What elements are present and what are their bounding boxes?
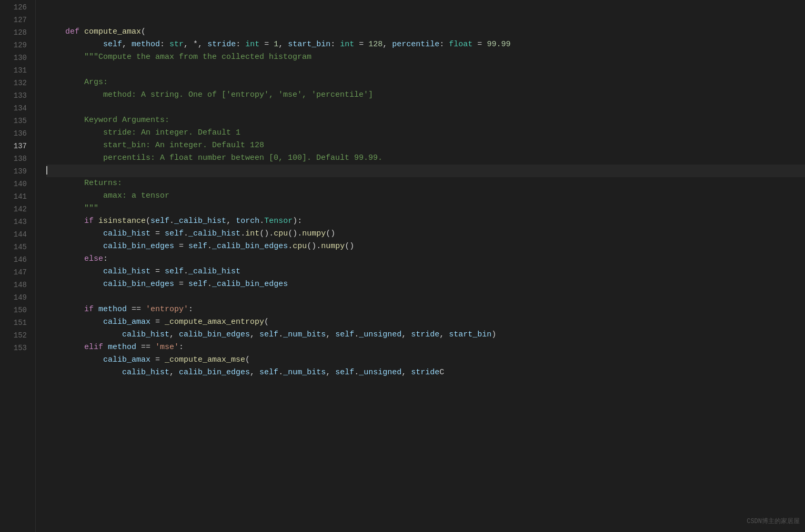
token: self	[188, 242, 207, 251]
token: :	[160, 40, 169, 49]
token	[46, 154, 84, 162]
code-line-139: amax: a tensor	[46, 190, 805, 202]
token	[46, 305, 84, 314]
token	[46, 90, 84, 99]
token	[46, 53, 84, 62]
token: percentils: A float number between [0, 1…	[84, 154, 383, 162]
token: =	[150, 267, 165, 276]
token: start_bin	[288, 40, 330, 49]
token: .	[207, 280, 212, 289]
token: =	[174, 242, 188, 251]
token: _compute_amax_entropy	[165, 318, 264, 326]
token: .	[184, 267, 188, 276]
token: _calib_bin_edges	[212, 280, 288, 289]
token	[46, 229, 103, 238]
token: .	[259, 217, 264, 226]
token: Keyword Arguments:	[84, 116, 169, 125]
token: 'entropy'	[146, 305, 188, 314]
token: numpy	[302, 229, 326, 238]
token: stride	[411, 330, 439, 339]
token: ,	[383, 40, 392, 49]
code-line-145: calib_hist = self._calib_hist	[46, 265, 805, 278]
token: ,	[439, 330, 449, 339]
token: calib_hist	[122, 368, 169, 377]
token: _compute_amax_mse	[165, 355, 245, 364]
line-num-127: 127	[0, 14, 27, 26]
code-line-140: """	[46, 202, 805, 215]
code-line-148: if method == 'entropy':	[46, 303, 805, 316]
line-num-150: 150	[0, 304, 27, 316]
token: self	[165, 229, 184, 238]
line-num-148: 148	[0, 279, 27, 291]
token: int	[340, 40, 354, 49]
code-line-133: Keyword Arguments:	[46, 114, 805, 127]
token: method	[132, 40, 160, 49]
token: ,	[169, 330, 179, 339]
token: elif	[84, 343, 108, 352]
line-num-133: 133	[0, 89, 27, 102]
token	[46, 242, 103, 251]
code-line-130: Args:	[46, 76, 805, 89]
line-num-139: 139	[0, 165, 27, 178]
token: str	[169, 40, 184, 49]
token: :	[236, 40, 245, 49]
token: =	[174, 280, 188, 289]
token: torch	[236, 217, 259, 226]
token: =	[150, 355, 165, 364]
token: if	[84, 305, 98, 314]
code-line-128: """Compute the amax from the collected h…	[46, 51, 805, 64]
token: stride: An integer. Default 1	[84, 128, 240, 137]
token: =	[354, 40, 368, 49]
token: =	[150, 318, 165, 326]
token: ,	[326, 330, 335, 339]
line-num-151: 151	[0, 316, 27, 329]
token: _unsigned	[359, 368, 401, 377]
token: self	[103, 40, 122, 49]
token: start_bin	[449, 330, 491, 339]
token: .	[278, 330, 283, 339]
token: calib_bin_edges	[179, 368, 250, 377]
token: compute_amax	[84, 27, 141, 36]
token	[46, 343, 84, 352]
token: .	[169, 217, 174, 226]
line-num-147: 147	[0, 266, 27, 279]
line-num-132: 132	[0, 77, 27, 89]
token: calib_bin_edges	[103, 242, 174, 251]
token: .	[278, 368, 283, 377]
token: """	[84, 204, 98, 213]
token: calib_bin_edges	[179, 330, 250, 339]
token: ().	[259, 229, 274, 238]
code-content[interactable]: def compute_amax( self, method: str, *, …	[36, 0, 805, 532]
token	[46, 40, 103, 49]
line-num-153: 153	[0, 342, 27, 354]
token: ,	[401, 330, 411, 339]
token: , *,	[184, 40, 207, 49]
token: ().	[288, 229, 302, 238]
token: ,	[278, 40, 288, 49]
token: self	[335, 330, 354, 339]
code-line-149: calib_amax = _compute_amax_entropy(	[46, 316, 805, 329]
line-num-149: 149	[0, 291, 27, 304]
code-line-137	[46, 165, 805, 177]
token	[46, 217, 84, 226]
token	[46, 141, 84, 150]
token: 1	[274, 40, 278, 49]
token: .	[240, 229, 245, 238]
token	[46, 318, 103, 326]
token: ,	[169, 368, 179, 377]
token: :	[439, 40, 449, 49]
line-num-134: 134	[0, 102, 27, 115]
token	[46, 330, 122, 339]
token: =	[472, 40, 487, 49]
token: _calib_bin_edges	[212, 242, 288, 251]
code-line-136: percentils: A float number between [0, 1…	[46, 152, 805, 165]
token: _calib_hist	[174, 217, 226, 226]
token	[46, 191, 84, 200]
token: _num_bits	[283, 368, 326, 377]
token	[46, 116, 84, 125]
text-cursor	[46, 166, 47, 175]
code-line-126: def compute_amax(	[46, 26, 805, 38]
token: ().	[307, 242, 321, 251]
line-num-138: 138	[0, 152, 27, 165]
token: 'mse'	[155, 343, 179, 352]
